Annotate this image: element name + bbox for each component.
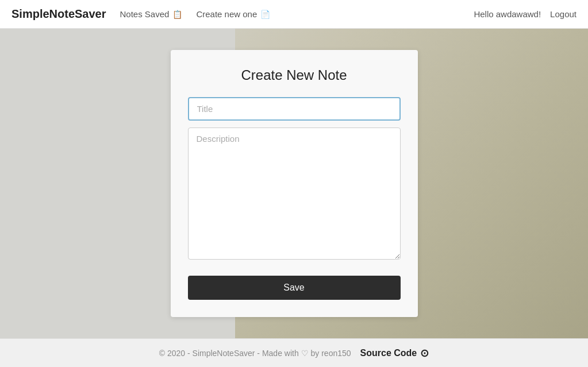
navbar-left: SimpleNoteSaver Notes Saved 📋 Create new… bbox=[11, 7, 270, 21]
title-field-group bbox=[188, 97, 401, 121]
description-textarea[interactable] bbox=[188, 128, 401, 260]
user-greeting: Hello awdawawd! bbox=[474, 9, 541, 19]
create-new-icon: 📄 bbox=[260, 10, 270, 19]
footer-copyright: © 2020 - SimpleNoteSaver - Made with ♡ b… bbox=[159, 349, 351, 358]
github-icon: ⊙ bbox=[420, 347, 429, 360]
create-new-label: Create new one bbox=[196, 9, 257, 19]
notes-saved-link[interactable]: Notes Saved 📋 bbox=[120, 9, 183, 19]
create-note-card: Create New Note Save bbox=[171, 50, 418, 317]
navbar: SimpleNoteSaver Notes Saved 📋 Create new… bbox=[0, 0, 588, 29]
description-field-group bbox=[188, 128, 401, 262]
source-code-label: Source Code bbox=[360, 348, 417, 358]
notes-saved-label: Notes Saved bbox=[120, 9, 170, 19]
footer: © 2020 - SimpleNoteSaver - Made with ♡ b… bbox=[0, 338, 588, 367]
source-code-link[interactable]: Source Code ⊙ bbox=[360, 347, 429, 360]
logout-link[interactable]: Logout bbox=[550, 9, 577, 19]
card-title: Create New Note bbox=[188, 67, 401, 83]
brand-link[interactable]: SimpleNoteSaver bbox=[11, 7, 106, 21]
create-new-link[interactable]: Create new one 📄 bbox=[196, 9, 270, 19]
notes-saved-icon: 📋 bbox=[172, 10, 182, 19]
main-content: Create New Note Save bbox=[0, 29, 588, 338]
title-input[interactable] bbox=[188, 97, 401, 121]
save-button[interactable]: Save bbox=[188, 276, 401, 300]
navbar-right: Hello awdawawd! Logout bbox=[474, 9, 577, 19]
